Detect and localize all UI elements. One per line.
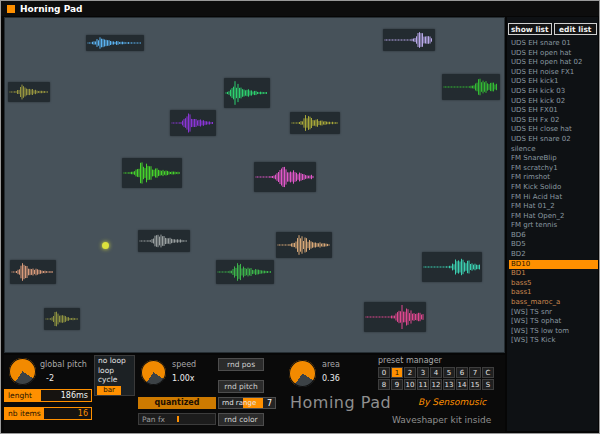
edit-list-button[interactable]: edit list (554, 23, 598, 35)
loop-mode-option[interactable]: cycle (95, 375, 134, 385)
list-item[interactable]: UDS EH Fx 02 (509, 116, 598, 126)
preset-cell[interactable]: 7 (469, 367, 481, 378)
preset-cell[interactable]: 11 (417, 379, 429, 390)
sample-tile[interactable] (44, 308, 80, 330)
preset-cell[interactable]: 14 (456, 379, 468, 390)
preset-cell[interactable]: 15 (469, 379, 481, 390)
global-pitch-knob[interactable] (9, 358, 36, 385)
sample-tile[interactable] (254, 162, 316, 192)
sample-tile[interactable] (216, 260, 274, 284)
list-item[interactable]: BD6 (509, 231, 598, 241)
list-item[interactable]: BD2 (509, 250, 598, 260)
preset-save-button[interactable]: S (482, 379, 494, 390)
preset-cell[interactable]: 5 (443, 367, 455, 378)
sample-list-panel: show list edit list UDS EH snare 01UDS E… (507, 17, 598, 431)
list-item[interactable]: bass1 (509, 288, 598, 298)
rnd-range-value: 7 (267, 398, 272, 409)
list-item[interactable]: FM Kick Solido (509, 183, 598, 193)
preset-copy-button[interactable]: C (482, 367, 494, 378)
list-item[interactable]: FM Hat Open_2 (509, 212, 598, 222)
list-buttons-row: show list edit list (507, 17, 598, 39)
list-item[interactable]: bass5 (509, 279, 598, 289)
preset-cell[interactable]: 0 (378, 367, 390, 378)
nb-items-fader[interactable]: nb items 16 (4, 407, 92, 420)
list-item[interactable]: [WS] TS ophat (509, 317, 598, 327)
list-item[interactable]: UDS EH open hat 02 (509, 58, 598, 68)
loop-mode-list: no looploopcycle (95, 356, 134, 385)
length-value: 186ms (41, 390, 91, 401)
preset-cell[interactable]: 13 (443, 379, 455, 390)
sample-tile[interactable] (8, 82, 50, 102)
sample-tile[interactable] (383, 29, 435, 51)
list-item[interactable]: UDS EH FX01 (509, 106, 598, 116)
loop-mode-option[interactable]: no loop (95, 356, 134, 366)
sample-tile[interactable] (422, 252, 482, 282)
list-item[interactable]: BD10 (509, 260, 598, 270)
list-item[interactable]: FM grt tennis (509, 221, 598, 231)
sample-tile[interactable] (290, 112, 340, 134)
sample-tile[interactable] (122, 158, 182, 188)
preset-cell[interactable]: 10 (404, 379, 416, 390)
pad-canvas[interactable] (4, 17, 505, 353)
speed-label: speed (172, 360, 196, 369)
list-item[interactable]: UDS EH kick 03 (509, 87, 598, 97)
preset-cell[interactable]: 9 (391, 379, 403, 390)
list-item[interactable]: UDS EH kick 02 (509, 97, 598, 107)
sample-tile[interactable] (10, 260, 56, 284)
waveform-icon (442, 74, 500, 100)
loop-mode-option[interactable]: loop (95, 366, 134, 376)
list-item[interactable]: FM scratchy1 (509, 164, 598, 174)
waveform-icon (44, 308, 80, 330)
title-bar[interactable]: Horning Pad (1, 1, 599, 16)
rnd-color-button[interactable]: rnd color (218, 413, 264, 426)
waveform-icon (86, 35, 144, 51)
list-item[interactable]: silence (509, 145, 598, 155)
waveform-icon (8, 82, 50, 102)
sample-tile[interactable] (86, 35, 144, 51)
preset-cell[interactable]: 3 (417, 367, 429, 378)
sample-tile[interactable] (138, 230, 190, 252)
list-item[interactable]: UDS EH close hat (509, 125, 598, 135)
list-item[interactable]: [WS] TS snr (509, 308, 598, 318)
list-item[interactable]: UDS EH noise FX1 (509, 68, 598, 78)
sample-tile[interactable] (224, 78, 270, 108)
list-item[interactable]: FM rimshot (509, 173, 598, 183)
global-pitch-value: -2 (46, 374, 54, 383)
preset-cell[interactable]: 6 (456, 367, 468, 378)
list-item[interactable]: BD5 (509, 240, 598, 250)
rnd-pitch-button[interactable]: rnd pitch (218, 380, 264, 393)
bar-quantize-button[interactable]: bar (97, 386, 121, 395)
preset-cell[interactable]: 8 (378, 379, 390, 390)
list-item[interactable]: BD1 (509, 269, 598, 279)
quantized-toggle[interactable]: quantized (138, 397, 216, 409)
length-fader[interactable]: lenght 186ms (4, 389, 92, 402)
list-item[interactable]: [WS] TS Kick (509, 336, 598, 346)
show-list-button[interactable]: show list (508, 23, 552, 35)
preset-cell[interactable]: 1 (391, 367, 403, 378)
sample-tile[interactable] (364, 302, 426, 332)
preset-cell[interactable]: 2 (404, 367, 416, 378)
list-item[interactable]: UDS EH open hat (509, 49, 598, 59)
list-item[interactable]: UDS EH kick1 (509, 77, 598, 87)
list-item[interactable]: UDS EH snare 01 (509, 39, 598, 49)
speed-knob[interactable] (141, 360, 166, 385)
homing-cursor[interactable] (102, 242, 109, 249)
pan-fx-handle[interactable] (177, 416, 179, 422)
preset-cell[interactable]: 4 (430, 367, 442, 378)
list-item[interactable]: FM SnareBlip (509, 154, 598, 164)
sample-tile[interactable] (170, 110, 216, 136)
list-item[interactable]: FM Hi Acid Hat (509, 193, 598, 203)
list-item[interactable]: bass_maroc_a (509, 298, 598, 308)
area-knob[interactable] (289, 360, 316, 387)
list-item[interactable]: UDS EH snare 02 (509, 135, 598, 145)
sample-tile[interactable] (276, 232, 332, 258)
waveform-icon (276, 232, 332, 258)
rnd-pos-button[interactable]: rnd pos (218, 358, 264, 371)
pan-fx-slider[interactable]: Pan fx (138, 413, 216, 425)
list-item[interactable]: [WS] TS low tom (509, 327, 598, 337)
loop-mode-selector: no looploopcycle bar (94, 355, 135, 396)
rnd-range-control[interactable]: rnd range 7 (218, 397, 276, 409)
preset-cell[interactable]: 12 (430, 379, 442, 390)
sample-tile[interactable] (442, 74, 500, 100)
list-item[interactable]: FM Hat 01_2 (509, 202, 598, 212)
